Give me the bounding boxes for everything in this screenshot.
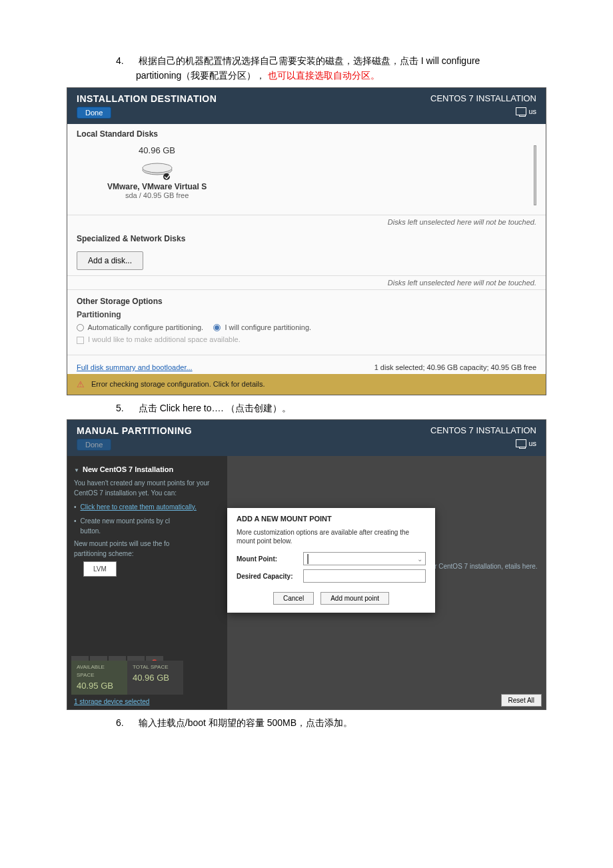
svg-point-1 [143,163,172,173]
step5-text: 点击 Click here to…. （点击创建）。 [139,403,291,413]
create-mount-text-b: button. [81,527,101,535]
step4-text-a: 根据自己的机器配置情况选择自己需要安装的磁盘，选择磁盘，点击 I will co… [139,55,480,66]
desired-capacity-input[interactable] [303,569,426,583]
header-2: MANUAL PARTITIONING Done CENTOS 7 INSTAL… [67,420,546,456]
add-mount-point-button[interactable]: Add mount point [320,592,389,605]
partition-scheme-select[interactable]: LVM [83,561,117,577]
step-6-instruction: 6. 输入挂载点/boot 和期望的容量 500MB，点击添加。 [67,715,546,730]
screenshot-manual-partitioning: MANUAL PARTITIONING Done CENTOS 7 INSTAL… [67,419,546,710]
step4-text-red: 也可以直接选取自动分区。 [268,70,380,81]
done-button[interactable]: Done [77,107,111,119]
step-4-instruction: 4. 根据自己的机器配置情况选择自己需要安装的磁盘，选择磁盘，点击 I will… [67,53,546,83]
step4-number: 4. [116,53,136,68]
mount-point-input[interactable]: | ⌄ [303,552,426,565]
storage-devices-link[interactable]: 1 storage device selected [74,697,149,707]
error-bar[interactable]: ⚠ Error checking storage configuration. … [67,374,546,395]
header: INSTALLATION DESTINATION Done CENTOS 7 I… [67,88,546,124]
checkbox-label: I would like to make additional space av… [88,335,241,343]
step4-text-b: partitioning（我要配置分区）， [136,70,266,81]
network-disks-heading: Specialized & Network Disks [67,229,546,246]
other-storage-heading: Other Storage Options [77,297,536,310]
partitioning-label: Partitioning [77,310,536,319]
modal-description: More customization options are available… [237,528,426,545]
keyboard-indicator-2: us [516,439,536,447]
disk-subtitle: sda / 40.95 GB free [107,191,207,199]
checkbox-additional-space [77,337,84,344]
scheme-text-a: New mount points will use the fo [74,540,169,547]
cancel-button[interactable]: Cancel [273,592,314,605]
add-mount-point-modal: ADD A NEW MOUNT POINT More customization… [227,508,435,613]
modal-title: ADD A NEW MOUNT POINT [237,515,426,523]
disk-item[interactable]: 40.96 GB VMware, VMware Virtual S sda / … [107,145,207,199]
reset-all-button[interactable]: Reset All [501,694,542,707]
step6-text: 输入挂载点/boot 和期望的容量 500MB，点击添加。 [139,717,352,728]
expand-arrow-icon[interactable]: ▼ [74,467,79,475]
page-title-2: MANUAL PARTITIONING [77,425,192,436]
radio-manual-configure[interactable] [213,324,221,331]
auto-create-link[interactable]: Click here to create them automatically. [81,502,197,512]
desired-capacity-label: Desired Capacity: [237,573,303,580]
scrollbar[interactable] [534,145,536,205]
installer-label: CENTOS 7 INSTALLATION [430,93,536,103]
radio-auto-configure[interactable] [77,324,84,331]
keyboard-indicator: us [516,107,536,115]
disk-summary-link[interactable]: Full disk summary and bootloader... [77,363,193,371]
radio-auto-label: Automatically configure partitioning. [87,323,203,331]
left-panel: ▼ New CentOS 7 Installation You haven't … [67,456,227,709]
scheme-text-b: partitioning scheme: [74,550,134,557]
new-install-title: ▼ New CentOS 7 Installation [74,464,221,475]
no-mount-points-text: You haven't created any mount points for… [74,478,221,498]
radio-manual-label: I will configure partitioning. [225,323,311,331]
step6-number: 6. [116,715,136,730]
screenshot-installation-destination: INSTALLATION DESTINATION Done CENTOS 7 I… [67,87,546,395]
chevron-down-icon[interactable]: ⌄ [417,555,422,563]
step-5-instruction: 5. 点击 Click here to…. （点击创建）。 [67,401,546,415]
error-text: Error checking storage configuration. Cl… [91,380,265,388]
mount-point-label: Mount Point: [237,555,303,563]
page-title: INSTALLATION DESTINATION [77,93,217,104]
done-button-2[interactable]: Done [77,439,111,451]
step5-number: 5. [116,401,136,415]
warning-icon: ⚠ [77,379,85,389]
local-disks-heading: Local Standard Disks [67,124,546,141]
add-disk-button[interactable]: Add a disk... [77,251,143,270]
hint-text-2: Disks left unselected here will not be t… [67,275,546,289]
hint-text: Disks left unselected here will not be t… [67,215,546,229]
status-text: 1 disk selected; 40.96 GB capacity; 40.9… [374,363,536,371]
disk-size: 40.96 GB [107,145,207,155]
installer-label-2: CENTOS 7 INSTALLATION [430,425,536,435]
available-space: AVAILABLE SPACE 40.95 GB [71,661,127,695]
keyboard-icon-2 [516,439,526,447]
disk-name: VMware, VMware Virtual S [107,182,207,191]
keyboard-icon [516,107,526,115]
bullet-icon-2: • [74,516,77,526]
total-space: TOTAL SPACE 40.96 GB [127,661,183,695]
bullet-icon: • [74,502,77,512]
create-mount-text-a: Create new mount points by cl [81,517,171,525]
disk-icon [141,159,174,178]
